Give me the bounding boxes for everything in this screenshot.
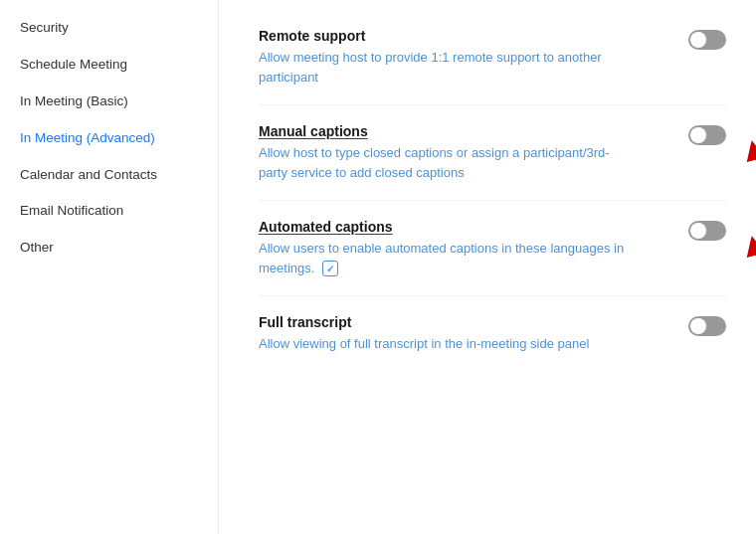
toggle-wrap-full-transcript [688,316,726,339]
setting-desc-manual-captions: Allow host to type closed captions or as… [259,143,637,182]
toggle-wrap-automated-captions [688,221,726,244]
sidebar-item-email-notification[interactable]: Email Notification [0,193,218,230]
sidebar-item-in-meeting-advanced[interactable]: In Meeting (Advanced) [0,120,218,157]
setting-row-remote-support: Remote supportAllow meeting host to prov… [259,10,726,105]
red-arrow-automated-captions [726,216,756,270]
main-content: Remote supportAllow meeting host to prov… [219,0,756,534]
setting-content-remote-support: Remote supportAllow meeting host to prov… [259,28,668,87]
sidebar-item-other[interactable]: Other [0,230,218,267]
sidebar-item-calendar-contacts[interactable]: Calendar and Contacts [0,157,218,194]
toggle-remote-support[interactable] [688,30,726,50]
setting-row-automated-captions: Automated captionsAllow users to enable … [259,201,726,296]
sidebar: SecuritySchedule MeetingIn Meeting (Basi… [0,0,219,534]
setting-desc-full-transcript: Allow viewing of full transcript in the … [259,334,637,354]
setting-desc-automated-captions: Allow users to enable automated captions… [259,239,637,277]
toggle-manual-captions[interactable] [688,125,726,145]
setting-content-automated-captions: Automated captionsAllow users to enable … [259,219,668,277]
setting-title-manual-captions: Manual captions [259,123,668,139]
setting-title-remote-support: Remote support [259,28,668,44]
setting-title-automated-captions: Automated captions [259,219,668,235]
toggle-full-transcript[interactable] [688,316,726,336]
toggle-wrap-remote-support [688,30,726,53]
setting-desc-remote-support: Allow meeting host to provide 1:1 remote… [259,48,637,87]
info-icon-automated-captions[interactable]: ✓ [322,261,338,276]
setting-row-full-transcript: Full transcriptAllow viewing of full tra… [259,296,726,372]
toggle-wrap-manual-captions [688,125,726,148]
sidebar-item-security[interactable]: Security [0,10,218,47]
setting-content-full-transcript: Full transcriptAllow viewing of full tra… [259,314,668,354]
setting-content-manual-captions: Manual captionsAllow host to type closed… [259,123,668,182]
red-arrow-manual-captions [726,120,756,175]
sidebar-item-schedule-meeting[interactable]: Schedule Meeting [0,47,218,84]
setting-title-full-transcript: Full transcript [259,314,668,330]
sidebar-item-in-meeting-basic[interactable]: In Meeting (Basic) [0,84,218,120]
toggle-automated-captions[interactable] [688,221,726,241]
setting-row-manual-captions: Manual captionsAllow host to type closed… [259,105,726,201]
